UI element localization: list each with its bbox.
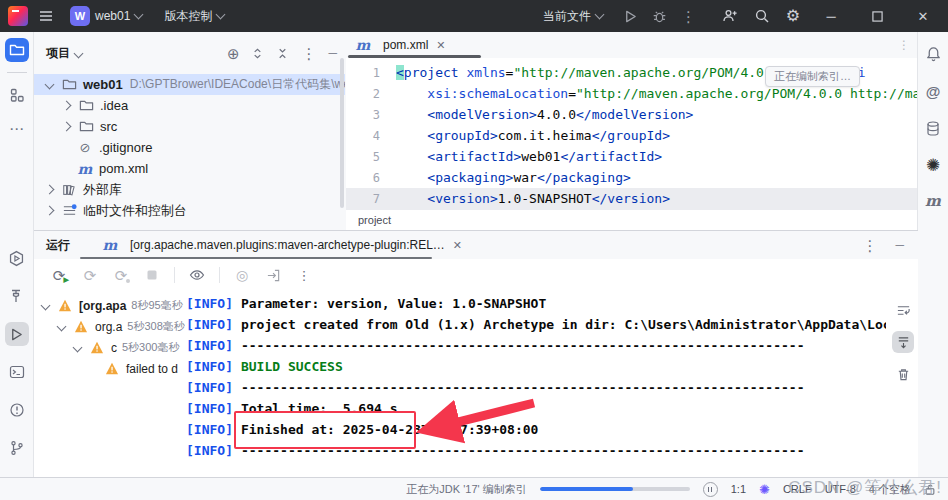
breadcrumb[interactable]: project <box>346 209 918 230</box>
locate-file-icon[interactable]: ⊕ <box>227 46 240 61</box>
folder-icon <box>78 98 94 113</box>
more-actions-icon[interactable]: ⋮ <box>681 9 696 24</box>
library-icon <box>61 183 77 197</box>
maven-tool-icon[interactable]: m <box>925 194 941 209</box>
run-tab[interactable]: m [org.apache.maven.plugins:maven-archet… <box>102 238 462 252</box>
project-tree-item-pomxml[interactable]: mpom.xml <box>34 158 345 179</box>
window-close-button[interactable]: ✕ <box>908 5 938 27</box>
project-scrollbar[interactable] <box>340 58 344 208</box>
project-selector[interactable]: W web01 <box>64 3 148 29</box>
chevron-right-icon[interactable] <box>62 122 72 132</box>
ai-assistant-icon[interactable]: @ <box>926 83 941 100</box>
chevron-spacer <box>63 145 69 151</box>
search-everywhere-icon[interactable] <box>754 8 770 24</box>
run-tree-item[interactable]: [org.apa8秒95毫秒 <box>40 295 185 316</box>
chevron-down-icon[interactable] <box>41 301 51 311</box>
scroll-to-end-icon[interactable] <box>892 331 914 353</box>
run-configuration-selector[interactable]: 当前文件 <box>537 5 609 28</box>
stop-icon[interactable] <box>143 266 161 284</box>
indexing-progress-fill <box>540 487 633 491</box>
ignored-icon: ⊘ <box>77 141 93 154</box>
run-tree-duration: 5秒308毫秒 <box>127 319 184 334</box>
run-tree-label: failed to d <box>126 362 178 376</box>
run-title: 运行 <box>46 237 70 254</box>
code-with-me-icon[interactable] <box>722 8 738 24</box>
right-tool-stripe: @ ✺ m <box>917 32 948 478</box>
tree-item-label: web01 <box>83 77 123 92</box>
left-tool-stripe: ⋯ <box>0 32 34 478</box>
run-tree-duration: 5秒300毫秒 <box>122 340 179 355</box>
run-tree-label: [org.apa <box>79 299 126 313</box>
stop-and-rerun-icon[interactable]: ⟳ <box>81 266 99 284</box>
chevron-down-icon[interactable] <box>73 343 83 353</box>
collapse-all-icon[interactable] <box>276 47 289 60</box>
window-minimize-button[interactable]: ─ <box>816 5 846 27</box>
clear-all-trash-icon[interactable] <box>892 363 914 385</box>
project-tree-item-src[interactable]: src <box>34 116 345 137</box>
run-tree-item[interactable]: org.a5秒308毫秒 <box>40 316 185 337</box>
hide-run-panel-icon[interactable]: ─ <box>895 239 904 251</box>
warning-icon <box>104 362 120 375</box>
view-options-eye-icon[interactable] <box>188 266 206 284</box>
structure-tool-icon[interactable] <box>5 83 29 107</box>
run-toolbar: ⟳▶ ⟳ ⟳ ◎ ⋮ <box>34 259 918 291</box>
main-area: ⋯ 项目 <box>0 32 948 478</box>
chevron-right-icon[interactable] <box>62 101 72 111</box>
run-panel-options-icon[interactable]: ⋮ <box>862 238 877 253</box>
run-tree-label: org.a <box>95 320 122 334</box>
more-tool-windows-icon[interactable]: ⋯ <box>9 121 24 136</box>
terminal-tool-icon[interactable] <box>5 360 29 384</box>
chevron-down-icon[interactable] <box>57 322 67 332</box>
project-tree-item-[interactable]: 临时文件和控制台 <box>34 200 345 221</box>
code-line: 3 <modelVersion>4.0.0</modelVersion> <box>346 104 918 125</box>
services-tool-icon[interactable] <box>5 246 29 270</box>
project-tree-item-idea[interactable]: .idea <box>34 95 345 116</box>
vcs-widget[interactable]: 版本控制 <box>158 5 230 28</box>
build-tool-icon[interactable] <box>5 284 29 308</box>
warning-icon <box>89 341 105 354</box>
database-tool-icon[interactable] <box>925 120 941 137</box>
run-tool-icon[interactable] <box>5 322 29 346</box>
project-name: web01 <box>95 9 130 23</box>
pause-indexing-icon[interactable] <box>703 482 718 497</box>
run-tree-item[interactable]: failed to d <box>40 358 185 379</box>
window-maximize-button[interactable] <box>862 5 892 27</box>
notifications-icon[interactable] <box>925 46 942 63</box>
problems-tool-icon[interactable] <box>5 398 29 422</box>
line-number: 2 <box>346 87 396 101</box>
project-tree-item-[interactable]: 外部库 <box>34 179 345 200</box>
chevron-down-icon[interactable] <box>45 80 55 90</box>
open-in-new-window-icon[interactable] <box>264 266 282 284</box>
tab-close-icon[interactable]: ✕ <box>436 39 445 52</box>
run-button[interactable] <box>623 9 638 24</box>
chevron-right-icon[interactable] <box>45 206 55 216</box>
tab-list-icon[interactable]: ⋮ <box>898 39 910 51</box>
plugin-pinwheel-icon[interactable]: ✺ <box>926 157 940 174</box>
project-tree-item-gitignore[interactable]: ⊘.gitignore <box>34 137 345 158</box>
soft-wrap-icon[interactable] <box>892 299 914 321</box>
git-tool-icon[interactable] <box>5 436 29 460</box>
status-pinwheel-icon[interactable]: ✺ <box>759 483 770 496</box>
project-panel-title[interactable]: 项目 <box>46 45 90 62</box>
caret-position[interactable]: 1:1 <box>731 483 746 495</box>
screenshot-icon[interactable]: ◎ <box>233 266 251 284</box>
run-tree-item[interactable]: c5秒300毫秒 <box>40 337 185 358</box>
project-tree-item-web01[interactable]: web01D:\GPTBrower\IDEACode\日常代码集\web01 <box>34 74 345 95</box>
run-tab-close-icon[interactable]: ✕ <box>453 239 462 252</box>
panel-options-icon[interactable]: ⋮ <box>301 46 316 61</box>
console-line: [INFO]Finished at: 2025-04-23T16:57:39+0… <box>186 419 886 440</box>
hide-panel-icon[interactable]: ─ <box>328 47 337 59</box>
chevron-right-icon[interactable] <box>45 185 55 195</box>
debug-button[interactable] <box>652 9 667 24</box>
warning-icon <box>73 320 89 333</box>
maven-icon: m <box>77 162 93 176</box>
rerun-icon[interactable]: ⟳▶ <box>50 266 68 284</box>
editor: m pom.xml ✕ ⋮ 1<project xmlns="http://ma… <box>346 32 918 230</box>
expand-all-icon[interactable] <box>251 47 264 60</box>
settings-gear-icon[interactable]: ⚙ <box>786 8 800 24</box>
main-menu-icon[interactable] <box>38 8 54 24</box>
run-tree-label: c <box>111 341 117 355</box>
toolbar-more-icon[interactable]: ⋮ <box>295 266 313 284</box>
project-tool-icon[interactable] <box>5 38 29 62</box>
rerun-failed-icon[interactable]: ⟳ <box>112 266 130 284</box>
